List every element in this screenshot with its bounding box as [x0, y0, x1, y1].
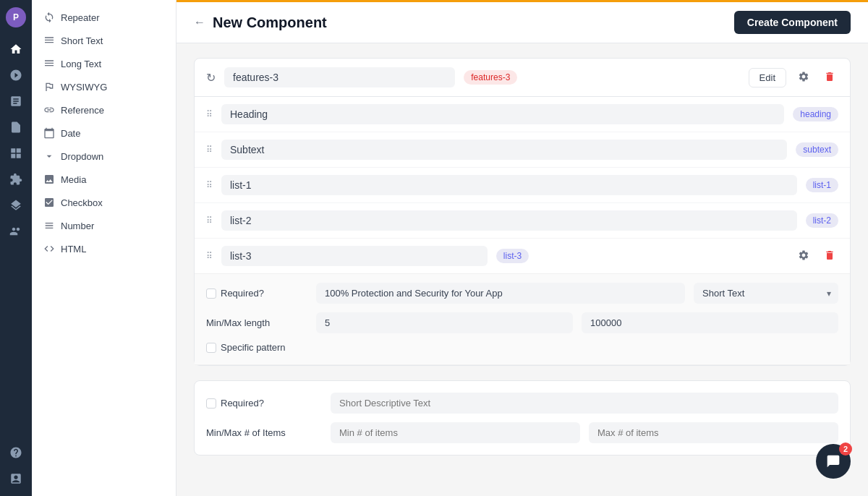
field-list1-row: ⠿ list-1 [195, 168, 850, 203]
required-label: Required? [221, 288, 264, 299]
nav-docs-icon[interactable] [6, 117, 26, 137]
field-heading-tag: heading [793, 107, 838, 121]
sidebar-item-media[interactable]: Media [32, 168, 176, 191]
nav-help-icon[interactable] [6, 442, 26, 463]
nav-layers2-icon[interactable] [6, 469, 26, 489]
nav-layers-icon[interactable] [6, 195, 26, 215]
sidebar-item-html[interactable]: HTML [32, 237, 176, 260]
drag-handle-list1[interactable]: ⠿ [206, 180, 213, 190]
nav-grid-icon[interactable] [6, 143, 26, 163]
nav-blog-icon[interactable] [6, 91, 26, 111]
sidebar-item-repeater[interactable]: Repeater [32, 6, 176, 29]
drag-handle-list3[interactable]: ⠿ [206, 251, 213, 261]
sidebar-item-short-text[interactable]: Short Text [32, 29, 176, 52]
specific-pattern-label: Specific pattern [221, 342, 286, 353]
back-button[interactable]: ← [194, 16, 205, 29]
sidebar-item-label: WYSIWYG [61, 82, 107, 93]
sidebar-item-wysiwyg[interactable]: WYSIWYG [32, 75, 176, 98]
field-list3-options: Required? Short Text Long Text Number [195, 273, 850, 364]
min-length-input[interactable] [316, 312, 573, 333]
sidebar-item-checkbox[interactable]: Checkbox [32, 191, 176, 214]
component-card: ↻ features-3 Edit ⠿ heading ⠿ [194, 58, 851, 366]
delete-icon-btn[interactable] [821, 68, 838, 87]
type-select[interactable]: Short Text Long Text Number [694, 283, 838, 304]
field-list1-input[interactable] [221, 175, 797, 195]
specific-pattern-wrapper: Specific pattern [206, 342, 307, 353]
nav-users-icon[interactable] [6, 221, 26, 241]
sidebar-item-label: Reference [61, 105, 104, 116]
sidebar-item-date[interactable]: Date [32, 121, 176, 145]
drag-handle-heading[interactable]: ⠿ [206, 109, 213, 119]
field-list2-row: ⠿ list-2 [195, 203, 850, 239]
sidebar-item-label: Checkbox [61, 197, 103, 208]
nav-activity-icon[interactable] [6, 65, 26, 85]
sidebar-item-label: HTML [61, 244, 86, 255]
sidebar-item-label: Number [61, 221, 94, 231]
page-title: New Component [213, 14, 327, 31]
default-value-input[interactable] [316, 283, 685, 304]
repeater-minmax-row: Min/Max # of Items [206, 422, 838, 443]
field-subtext-row: ⠿ subtext [195, 132, 850, 168]
refresh-icon[interactable]: ↻ [206, 71, 216, 85]
main-content: ← New Component Create Component ↻ featu… [176, 0, 868, 496]
type-select-wrapper[interactable]: Short Text Long Text Number [694, 283, 838, 304]
user-avatar[interactable]: P [6, 7, 26, 27]
repeater-required-wrapper: Required? [206, 398, 322, 409]
content-area: ↻ features-3 Edit ⠿ heading ⠿ [176, 43, 868, 496]
specific-pattern-checkbox[interactable] [206, 343, 216, 353]
specific-pattern-row: Specific pattern [206, 342, 838, 353]
component-header-row: ↻ features-3 Edit [195, 59, 850, 97]
settings-icon-btn[interactable] [795, 68, 812, 87]
minmax-items-label: Min/Max # of Items [206, 427, 322, 438]
repeater-required-checkbox[interactable] [206, 398, 216, 409]
required-checkbox-wrapper: Required? [206, 288, 307, 299]
repeater-required-label: Required? [221, 398, 264, 409]
edit-button[interactable]: Edit [749, 68, 786, 87]
sidebar-item-long-text[interactable]: Long Text [32, 52, 176, 75]
sidebar-item-reference[interactable]: Reference [32, 98, 176, 121]
field-heading-input[interactable] [221, 104, 784, 124]
field-subtext-input[interactable] [221, 140, 787, 160]
field-list3-input[interactable] [221, 246, 488, 266]
chat-bubble[interactable]: 2 [816, 444, 851, 479]
field-subtext-tag: subtext [796, 142, 838, 157]
left-navigation: P [0, 0, 32, 496]
field-list3-row: ⠿ list-3 [195, 239, 850, 273]
field-minmax-row: Min/Max length [206, 312, 838, 333]
sidebar-item-number[interactable]: Number [32, 214, 176, 237]
min-items-input[interactable] [331, 422, 580, 443]
page-header: ← New Component Create Component [176, 0, 868, 43]
component-name-input[interactable] [224, 67, 455, 87]
field-required-row: Required? Short Text Long Text Number [206, 283, 838, 304]
field-list3-container: ⠿ list-3 [195, 239, 850, 365]
max-length-input[interactable] [582, 312, 838, 333]
field-list2-input[interactable] [221, 210, 797, 231]
field-heading-row: ⠿ heading [195, 97, 850, 132]
sidebar-item-label: Media [61, 174, 86, 185]
minmax-label-wrapper: Min/Max length [206, 317, 307, 328]
repeater-settings-card: Required? Min/Max # of Items [194, 380, 851, 456]
sidebar-item-label: Short Text [61, 35, 103, 46]
component-sidebar: Repeater Short Text Long Text WYSIWYG Re… [32, 0, 176, 496]
field-list2-tag: list-2 [806, 213, 838, 228]
short-desc-input[interactable] [331, 393, 838, 414]
drag-handle-subtext[interactable]: ⠿ [206, 145, 213, 155]
field-list3-tag: list-3 [496, 249, 529, 263]
field-list1-tag: list-1 [806, 178, 838, 192]
chat-badge: 2 [839, 442, 852, 456]
sidebar-item-label: Date [61, 128, 80, 139]
minmax-label: Min/Max length [206, 317, 270, 328]
sidebar-item-dropdown[interactable]: Dropdown [32, 145, 176, 168]
component-tag: features-3 [464, 70, 517, 85]
nav-plugin-icon[interactable] [6, 169, 26, 189]
create-component-button[interactable]: Create Component [734, 11, 851, 34]
nav-home-icon[interactable] [6, 39, 26, 59]
field-list3-delete-btn[interactable] [821, 247, 838, 266]
sidebar-item-label: Repeater [61, 12, 99, 23]
required-checkbox[interactable] [206, 288, 216, 299]
sidebar-item-label: Dropdown [61, 151, 103, 162]
max-items-input[interactable] [589, 422, 838, 443]
drag-handle-list2[interactable]: ⠿ [206, 215, 213, 226]
repeater-required-row: Required? [206, 393, 838, 414]
field-list3-settings-btn[interactable] [795, 247, 812, 266]
